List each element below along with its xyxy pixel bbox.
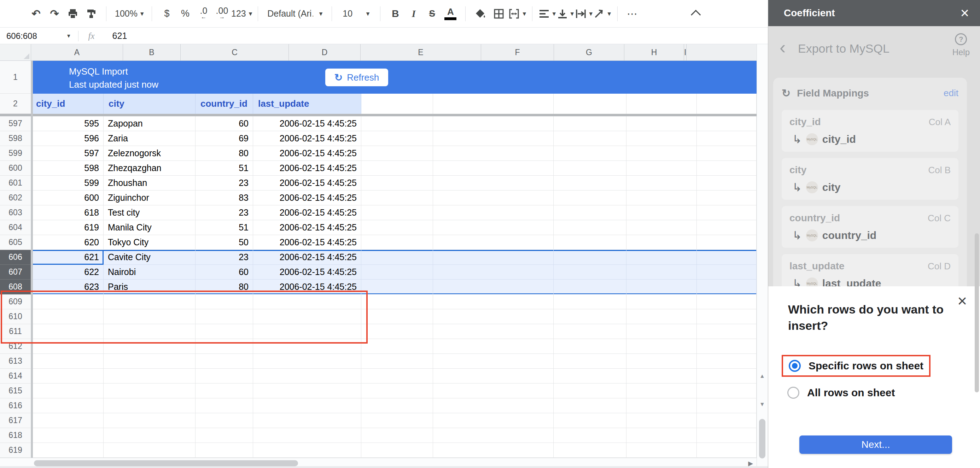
row-header[interactable]: 2 (0, 94, 31, 114)
redo-icon[interactable]: ↷ (45, 4, 64, 24)
row-header[interactable]: 601 (0, 176, 31, 191)
empty-cell[interactable] (433, 413, 554, 428)
vertical-scrollbar-thumb[interactable] (759, 419, 765, 458)
select-all-corner[interactable] (0, 44, 31, 60)
empty-cell[interactable] (433, 369, 554, 384)
empty-cell[interactable] (697, 131, 757, 146)
cell-country-id[interactable] (196, 324, 253, 339)
row-header[interactable]: 618 (0, 428, 31, 443)
cell-country-id[interactable] (196, 413, 253, 428)
cell-country-id[interactable]: 80 (196, 280, 253, 294)
empty-cell[interactable] (697, 309, 757, 324)
refresh-button[interactable]: ↻ Refresh (325, 68, 388, 86)
scroll-up-arrow-icon[interactable]: ▲ (759, 373, 765, 379)
cell-last-update[interactable]: 2006-02-15 4:45:25 (253, 116, 361, 131)
cell-city-id[interactable] (31, 384, 103, 398)
empty-cell[interactable] (697, 235, 757, 250)
name-box[interactable]: 606:608 (0, 31, 70, 41)
radio-option[interactable]: Specific rows on sheet (782, 355, 931, 377)
vertical-align-icon[interactable] (557, 4, 575, 24)
empty-cell[interactable] (697, 265, 757, 280)
cell-country-id[interactable]: 51 (196, 161, 253, 176)
more-options-icon[interactable]: ⋯ (623, 4, 642, 24)
cell-last-update[interactable]: 2006-02-15 4:45:25 (253, 191, 361, 205)
row-header[interactable]: 604 (0, 220, 31, 235)
cell-city[interactable]: Tokyo City (103, 235, 196, 250)
cell-city[interactable]: Zeleznogorsk (103, 146, 196, 161)
sidebar-scrollbar-thumb[interactable] (975, 233, 979, 392)
cell-country-id[interactable]: 50 (196, 235, 253, 250)
empty-cell[interactable] (361, 384, 433, 398)
cell-city-id[interactable]: 597 (31, 146, 103, 161)
column-header[interactable]: E (361, 44, 481, 60)
empty-cell[interactable] (554, 428, 627, 443)
cell-city-id[interactable] (31, 309, 103, 324)
cell-city[interactable] (103, 324, 196, 339)
empty-cell[interactable] (433, 384, 554, 398)
strikethrough-button[interactable]: S (423, 4, 441, 24)
empty-cell[interactable] (433, 191, 554, 205)
empty-cell[interactable] (697, 369, 757, 384)
empty-cell[interactable] (554, 146, 627, 161)
empty-cell[interactable] (627, 384, 697, 398)
cell-last-update[interactable] (253, 339, 361, 354)
row-header[interactable]: 617 (0, 413, 31, 428)
cell-city-id[interactable] (31, 413, 103, 428)
empty-cell[interactable] (554, 369, 627, 384)
number-format-menu[interactable]: 123 (231, 4, 252, 24)
cell-country-id[interactable] (196, 294, 253, 309)
empty-cell[interactable] (697, 294, 757, 309)
cell-city[interactable]: Paris (103, 280, 196, 294)
cell-city[interactable]: Cavite City (103, 250, 196, 265)
empty-cell[interactable] (361, 309, 433, 324)
empty-cell[interactable] (697, 443, 757, 458)
font-size-select[interactable]: 10 (337, 4, 374, 24)
cell-city-id[interactable]: 621 (31, 250, 103, 265)
empty-cell[interactable] (554, 161, 627, 176)
empty-cell[interactable] (433, 443, 554, 458)
cell-city[interactable] (103, 309, 196, 324)
back-icon[interactable] (780, 38, 786, 57)
cell-last-update[interactable]: 2006-02-15 4:45:25 (253, 205, 361, 220)
empty-cell[interactable] (433, 250, 554, 265)
empty-cell[interactable] (361, 398, 433, 413)
cell-city-id[interactable] (31, 369, 103, 384)
cell-city-id[interactable]: 622 (31, 265, 103, 280)
cell-city-id[interactable]: 618 (31, 205, 103, 220)
empty-cell[interactable] (361, 161, 433, 176)
empty-cell[interactable] (433, 428, 554, 443)
empty-cell[interactable] (697, 94, 757, 114)
cell-country-id[interactable]: 23 (196, 250, 253, 265)
cell-city-id[interactable]: 596 (31, 131, 103, 146)
cell-last-update[interactable]: 2006-02-15 4:45:25 (253, 220, 361, 235)
empty-cell[interactable] (627, 398, 697, 413)
column-header[interactable]: G (554, 44, 624, 60)
empty-cell[interactable] (627, 250, 697, 265)
cell-last-update[interactable]: 2006-02-15 4:45:25 (253, 265, 361, 280)
empty-cell[interactable] (627, 354, 697, 369)
empty-cell[interactable] (627, 94, 697, 114)
cell-city[interactable]: Zhezqazghan (103, 161, 196, 176)
close-sidebar-icon[interactable] (960, 6, 969, 20)
cell-last-update[interactable]: 2006-02-15 4:45:25 (253, 235, 361, 250)
row-header[interactable]: 615 (0, 384, 31, 398)
header-cell-city-id[interactable]: city_id (31, 94, 103, 114)
italic-button[interactable]: I (404, 4, 423, 24)
empty-cell[interactable] (361, 294, 433, 309)
empty-cell[interactable] (627, 191, 697, 205)
radio-icon[interactable] (788, 387, 799, 399)
empty-cell[interactable] (433, 398, 554, 413)
cell-city[interactable] (103, 369, 196, 384)
empty-cell[interactable] (697, 250, 757, 265)
row-header[interactable]: 605 (0, 235, 31, 250)
empty-cell[interactable] (554, 309, 627, 324)
empty-cell[interactable] (433, 176, 554, 191)
empty-cell[interactable] (361, 220, 433, 235)
column-header[interactable]: D (289, 44, 361, 60)
cell-country-id[interactable] (196, 398, 253, 413)
empty-cell[interactable] (433, 235, 554, 250)
empty-cell[interactable] (433, 94, 554, 114)
print-icon[interactable] (64, 4, 82, 24)
empty-cell[interactable] (554, 398, 627, 413)
font-select[interactable]: Default (Ari…) (264, 4, 326, 24)
